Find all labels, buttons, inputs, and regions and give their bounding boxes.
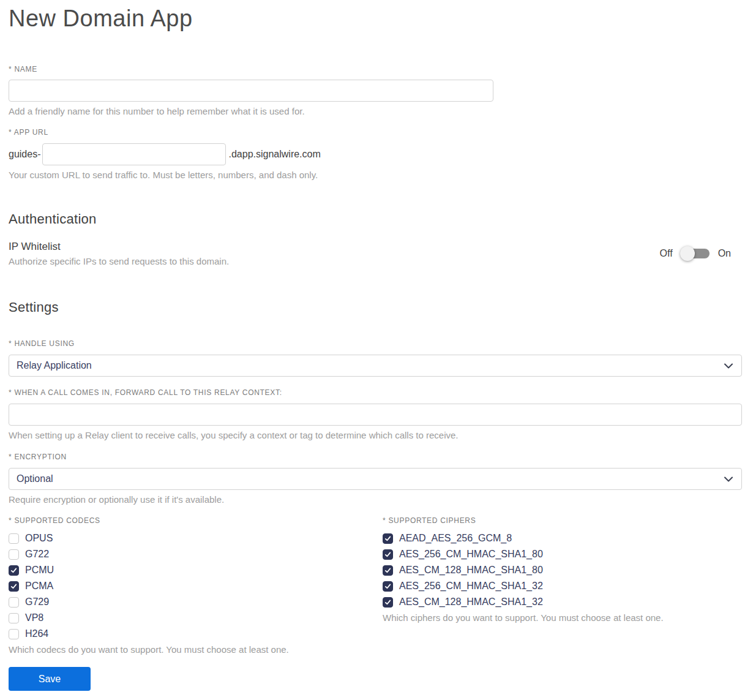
app-url-prefix: guides- [9,149,40,160]
chevron-down-icon [724,363,733,369]
checkbox-label: AES_CM_128_HMAC_SHA1_32 [399,597,543,608]
codec-checkbox-pcma[interactable]: PCMA [9,578,383,594]
checkbox-label: OPUS [25,533,53,544]
ciphers-checkbox-list: AEAD_AES_256_GCM_8AES_256_CM_HMAC_SHA1_8… [383,530,742,610]
checkbox-checked-icon[interactable] [9,581,19,592]
checkbox-label: AES_256_CM_HMAC_SHA1_32 [399,581,543,592]
checkbox-unchecked-icon[interactable] [9,549,19,560]
save-button[interactable]: Save [9,667,91,691]
codecs-checkbox-list: OPUSG722PCMUPCMAG729VP8H264 [9,530,383,642]
encryption-group: * ENCRYPTION Optional Require encryption… [9,453,742,505]
encryption-selected-value: Optional [17,473,53,484]
ip-whitelist-helper: Authorize specific IPs to send requests … [9,256,229,266]
checkbox-unchecked-icon[interactable] [9,533,19,544]
relay-context-group: * WHEN A CALL COMES IN, FORWARD CALL TO … [9,388,742,440]
relay-context-label: * WHEN A CALL COMES IN, FORWARD CALL TO … [9,388,742,397]
checkbox-label: AEAD_AES_256_GCM_8 [399,533,512,544]
handle-using-selected-value: Relay Application [17,360,92,371]
checkbox-checked-icon[interactable] [383,597,393,608]
app-url-row: guides- .dapp.signalwire.com [9,143,742,165]
checkbox-label: G722 [25,549,49,560]
codec-checkbox-g722[interactable]: G722 [9,546,383,562]
supported-ciphers-group: * SUPPORTED CIPHERS AEAD_AES_256_GCM_8AE… [383,516,742,655]
settings-heading: Settings [9,299,742,315]
page-title: New Domain App [9,4,742,33]
app-url-input[interactable] [42,143,226,165]
authentication-heading: Authentication [9,211,742,227]
checkbox-checked-icon[interactable] [383,533,393,544]
app-url-field-label: * APP URL [9,128,742,137]
checkbox-label: H264 [25,628,48,639]
checkbox-label: PCMA [25,581,53,592]
cipher-checkbox-aes-256-cm-hmac-sha1-32[interactable]: AES_256_CM_HMAC_SHA1_32 [383,578,742,594]
cipher-checkbox-aes-256-cm-hmac-sha1-80[interactable]: AES_256_CM_HMAC_SHA1_80 [383,546,742,562]
checkbox-unchecked-icon[interactable] [9,613,19,623]
name-field-helper: Add a friendly name for this number to h… [9,106,742,116]
codec-checkbox-pcmu[interactable]: PCMU [9,562,383,578]
relay-context-helper: When setting up a Relay client to receiv… [9,430,742,440]
checkbox-label: PCMU [25,565,54,576]
ip-whitelist-row: IP Whitelist Authorize specific IPs to s… [9,241,731,266]
cipher-checkbox-aead-aes-256-gcm-8[interactable]: AEAD_AES_256_GCM_8 [383,530,742,546]
toggle-knob-icon [680,246,695,261]
relay-context-input[interactable] [9,404,742,426]
encryption-label: * ENCRYPTION [9,453,742,462]
ip-whitelist-toggle[interactable] [681,246,710,261]
codecs-ciphers-columns: * SUPPORTED CODECS OPUSG722PCMUPCMAG729V… [9,516,742,655]
checkbox-checked-icon[interactable] [9,565,19,576]
checkbox-checked-icon[interactable] [383,549,393,560]
supported-ciphers-helper: Which ciphers do you want to support. Yo… [383,612,742,623]
supported-codecs-helper: Which codecs do you want to support. You… [9,644,383,655]
encryption-select[interactable]: Optional [9,468,742,490]
supported-codecs-label: * SUPPORTED CODECS [9,516,383,525]
codec-checkbox-vp8[interactable]: VP8 [9,610,383,626]
checkbox-label: AES_256_CM_HMAC_SHA1_80 [399,549,543,560]
checkbox-label: G729 [25,597,49,608]
codec-checkbox-h264[interactable]: H264 [9,626,383,642]
handle-using-select[interactable]: Relay Application [9,355,742,377]
toggle-on-label: On [718,248,731,259]
ip-whitelist-toggle-group: Off On [660,246,731,261]
checkbox-checked-icon[interactable] [383,581,393,592]
checkbox-unchecked-icon[interactable] [9,629,19,639]
handle-using-group: * HANDLE USING Relay Application [9,339,742,377]
handle-using-label: * HANDLE USING [9,339,742,348]
app-url-field-helper: Your custom URL to send traffic to. Must… [9,170,742,180]
toggle-off-label: Off [660,248,673,259]
app-url-field-group: * APP URL guides- .dapp.signalwire.com Y… [9,128,742,180]
name-field-group: * NAME Add a friendly name for this numb… [9,65,742,116]
encryption-helper: Require encryption or optionally use it … [9,494,742,505]
supported-ciphers-label: * SUPPORTED CIPHERS [383,516,742,525]
checkbox-unchecked-icon[interactable] [9,597,19,608]
new-domain-app-form: New Domain App * NAME Add a friendly nam… [0,4,753,691]
chevron-down-icon [724,476,733,482]
checkbox-label: AES_CM_128_HMAC_SHA1_80 [399,565,543,576]
checkbox-checked-icon[interactable] [383,565,393,576]
name-field-label: * NAME [9,65,742,74]
cipher-checkbox-aes-cm-128-hmac-sha1-80[interactable]: AES_CM_128_HMAC_SHA1_80 [383,562,742,578]
checkbox-label: VP8 [25,612,43,623]
ip-whitelist-label: IP Whitelist [9,241,229,253]
ip-whitelist-text: IP Whitelist Authorize specific IPs to s… [9,241,229,266]
name-input[interactable] [9,80,493,102]
codec-checkbox-g729[interactable]: G729 [9,594,383,610]
cipher-checkbox-aes-cm-128-hmac-sha1-32[interactable]: AES_CM_128_HMAC_SHA1_32 [383,594,742,610]
codec-checkbox-opus[interactable]: OPUS [9,530,383,546]
app-url-suffix: .dapp.signalwire.com [228,149,320,160]
save-row: Save [9,667,742,691]
supported-codecs-group: * SUPPORTED CODECS OPUSG722PCMUPCMAG729V… [9,516,383,655]
